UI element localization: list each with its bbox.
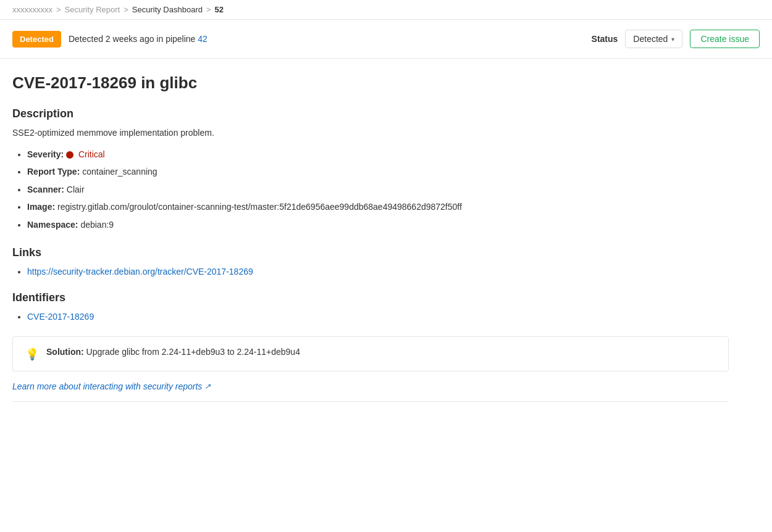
cve-identifier-link[interactable]: CVE-2017-18269 (27, 312, 94, 322)
nav-separator-3: > (206, 5, 211, 14)
namespace-label: Namespace: (27, 220, 78, 230)
main-content: CVE-2017-18269 in glibc Description SSE2… (0, 59, 741, 417)
scanner-value: Clair (67, 185, 85, 194)
severity-dot-icon (66, 151, 73, 159)
external-link-icon: ↗ (204, 382, 211, 391)
links-list: https://security-tracker.debian.org/trac… (12, 267, 729, 276)
severity-label: Severity: (27, 149, 64, 159)
solution-box: 💡 Solution: Upgrade glibc from 2.24-11+d… (12, 336, 729, 372)
lightbulb-icon: 💡 (25, 347, 39, 361)
chevron-down-icon: ▾ (671, 36, 674, 43)
namespace-value: debian:9 (80, 220, 114, 230)
identifiers-section: Identifiers CVE-2017-18269 (12, 291, 729, 322)
learn-more-link[interactable]: Learn more about interacting with securi… (12, 381, 211, 391)
nav-item-number: 52 (215, 5, 224, 14)
identifiers-heading: Identifiers (12, 291, 729, 304)
breadcrumb: xxxxxxxxxx > Security Report > Security … (0, 0, 772, 20)
status-dropdown[interactable]: Detected ▾ (625, 30, 682, 48)
list-item: CVE-2017-18269 (27, 312, 729, 322)
severity-value: Critical (78, 149, 105, 159)
learn-more-text: Learn more about interacting with securi… (12, 381, 202, 391)
identifiers-list: CVE-2017-18269 (12, 312, 729, 322)
description-heading: Description (12, 107, 729, 120)
scanner-label: Scanner: (27, 185, 64, 194)
report-type-item: Report Type: container_scanning (27, 165, 729, 178)
nav-separator-2: > (124, 5, 128, 14)
nav-item-security-dashboard[interactable]: Security Dashboard (132, 5, 203, 14)
links-section: Links https://security-tracker.debian.or… (12, 246, 729, 276)
details-list: Severity: Critical Report Type: containe… (12, 148, 729, 231)
nav-item-1[interactable]: xxxxxxxxxx (12, 5, 52, 14)
links-heading: Links (12, 246, 729, 259)
detection-info: Detected 2 weeks ago in pipeline 42 (69, 34, 208, 44)
namespace-item: Namespace: debian:9 (27, 218, 729, 231)
status-dropdown-value: Detected (633, 34, 668, 44)
nav-item-2[interactable]: Security Report (65, 5, 120, 14)
nav-separator-1: > (56, 5, 61, 14)
detected-badge: Detected (12, 31, 61, 48)
create-issue-button[interactable]: Create issue (690, 30, 760, 48)
pipeline-link[interactable]: 42 (198, 34, 208, 44)
solution-text: Upgrade glibc from 2.24-11+deb9u3 to 2.2… (86, 347, 300, 357)
image-label: Image: (27, 202, 55, 212)
solution-label: Solution: (46, 347, 84, 357)
severity-item: Severity: Critical (27, 148, 729, 161)
description-text: SSE2-optimized memmove implementation pr… (12, 128, 729, 138)
page-title: CVE-2017-18269 in glibc (12, 73, 729, 93)
list-item: https://security-tracker.debian.org/trac… (27, 267, 729, 276)
header-right: Status Detected ▾ Create issue (592, 30, 760, 48)
scanner-item: Scanner: Clair (27, 183, 729, 196)
status-label: Status (592, 34, 618, 44)
image-value: registry.gitlab.com/groulot/container-sc… (57, 202, 462, 212)
image-item: Image: registry.gitlab.com/groulot/conta… (27, 200, 729, 214)
report-type-value: container_scanning (82, 167, 157, 177)
description-section: Description SSE2-optimized memmove imple… (12, 107, 729, 138)
solution-content: Solution: Upgrade glibc from 2.24-11+deb… (46, 347, 300, 357)
header-bar: Detected Detected 2 weeks ago in pipelin… (0, 20, 772, 59)
cve-link[interactable]: https://security-tracker.debian.org/trac… (27, 267, 253, 276)
report-type-label: Report Type: (27, 167, 80, 177)
header-left: Detected Detected 2 weeks ago in pipelin… (12, 31, 208, 48)
bottom-divider (12, 401, 729, 402)
